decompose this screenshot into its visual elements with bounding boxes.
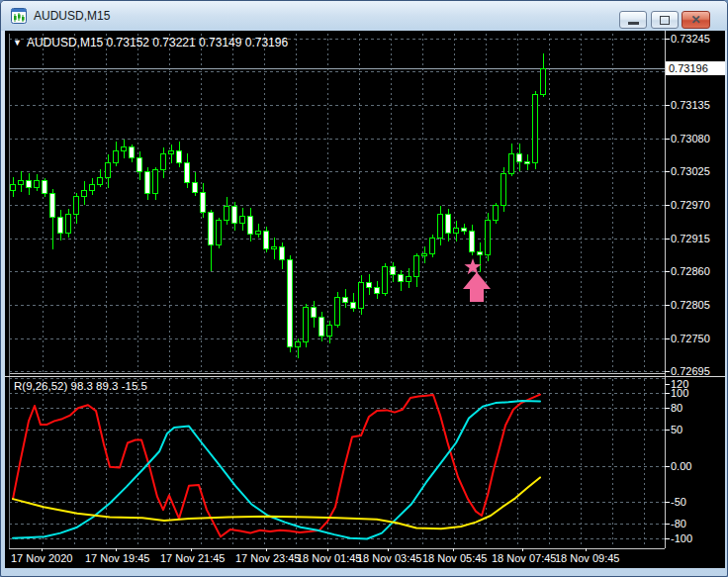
price-axis-label: 0.72805 [671,299,710,311]
time-axis-label: 18 Nov 07:45 [492,552,556,564]
time-axis-label: 17 Nov 2020 [11,552,72,564]
current-price-tag: 0.73196 [666,61,725,75]
indicator-axis-label: -50 [671,496,686,508]
ohlc-text: AUDUSD,M15 0.73152 0.73221 0.73149 0.731… [27,36,288,49]
time-axis-label: 17 Nov 23:45 [235,552,300,564]
time-axis-label: 18 Nov 05:45 [422,552,487,564]
minimize-button[interactable] [619,11,647,29]
time-axis-label: 18 Nov 03:45 [357,552,421,564]
price-axis-label: 0.73025 [671,165,710,177]
price-axis-label: 0.72750 [671,333,710,344]
indicator-axis-label: 0.00 [671,460,691,472]
symbol-ohlc-header: ▼AUDUSD,M15 0.73152 0.73221 0.73149 0.73… [13,36,288,49]
price-axis-label: 0.73245 [671,33,710,45]
price-axis-label: 0.72915 [671,233,710,244]
restore-icon [660,16,670,25]
window-title: AUDUSD,M15 [34,9,110,23]
mt4-chart-window: AUDUSD,M15 ✕ ▼AUDUSD,M15 0.73152 0.73221… [0,0,728,577]
restore-button[interactable] [651,11,679,29]
time-axis-label: 18 Nov 09:45 [555,552,619,564]
close-button[interactable]: ✕ [682,11,710,29]
indicator-axis-label: -80 [671,518,686,529]
indicator-axis-label: 80 [671,402,682,414]
minimize-icon [628,22,639,25]
time-axis-label: 18 Nov 01:45 [297,552,361,564]
price-axis-label: 0.73135 [671,99,710,111]
indicator-axis-label: -100 [671,532,692,544]
panel-divider[interactable] [5,374,725,378]
price-axis-label: 0.72970 [671,199,710,211]
time-axis-label: 17 Nov 21:45 [160,552,225,564]
price-axis-label: 0.72860 [671,265,710,277]
price-axis-label: 0.73080 [671,133,710,144]
indicator-axis-label: 100 [671,387,688,399]
indicator-header: R(9,26,52) 98.3 89.3 -15.5 [14,380,147,392]
close-icon: ✕ [690,13,700,27]
window-titlebar[interactable]: AUDUSD,M15 ✕ [1,1,728,31]
chart-canvas[interactable] [5,31,725,568]
symbol-dropdown-icon[interactable]: ▼ [13,38,22,48]
time-axis-label: 17 Nov 19:45 [85,552,149,564]
indicator-axis-label: 50 [671,424,682,435]
chart-window-icon[interactable] [11,8,27,24]
